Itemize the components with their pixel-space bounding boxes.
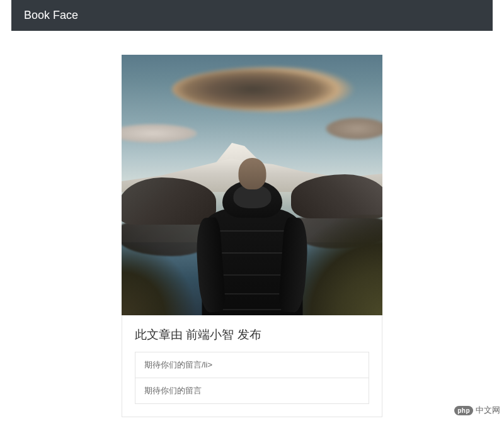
post-body: 此文章由 前端小智 发布 期待你们的留言/li> 期待你们的留言 <box>122 315 382 417</box>
content-area: 此文章由 前端小智 发布 期待你们的留言/li> 期待你们的留言 <box>0 31 504 417</box>
post-image[interactable] <box>122 55 382 315</box>
post-card: 此文章由 前端小智 发布 期待你们的留言/li> 期待你们的留言 <box>122 55 382 417</box>
navbar: Book Face <box>11 0 493 31</box>
watermark: php 中文网 <box>454 405 500 416</box>
comment-list: 期待你们的留言/li> 期待你们的留言 <box>135 352 369 404</box>
brand-title[interactable]: Book Face <box>24 9 78 21</box>
watermark-text: 中文网 <box>476 405 500 416</box>
watermark-badge: php <box>454 406 473 415</box>
list-item[interactable]: 期待你们的留言/li> <box>135 352 369 378</box>
list-item[interactable]: 期待你们的留言 <box>135 378 369 404</box>
post-title: 此文章由 前端小智 发布 <box>135 327 369 343</box>
